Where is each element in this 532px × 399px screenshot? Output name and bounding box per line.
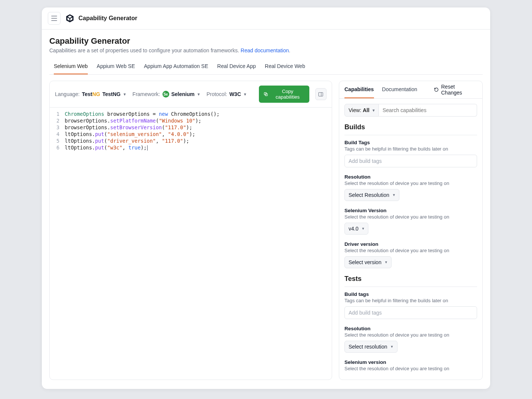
- tab-appium-app-automation-se[interactable]: Appium App Automation SE: [144, 59, 208, 74]
- chevron-down-icon: ▼: [123, 92, 127, 96]
- field-desc: Select the resolution of device you are …: [344, 366, 477, 371]
- tests-build-tags-input[interactable]: [344, 306, 477, 319]
- code-line: ltOptions.put("w3c", true);: [65, 144, 220, 151]
- select-value: Select version: [349, 259, 381, 265]
- tab-real-device-app[interactable]: Real Device App: [217, 59, 256, 74]
- select-value: v4.0: [349, 226, 358, 232]
- chevron-down-icon: ▼: [362, 227, 365, 231]
- read-documentation-link[interactable]: Read documentation: [241, 47, 289, 53]
- chevron-down-icon: ▼: [384, 260, 388, 264]
- chevron-down-icon: ▼: [243, 92, 247, 96]
- code-lines: ChromeOptions browserOptions = new Chrom…: [65, 111, 226, 151]
- tab-appium-web-se[interactable]: Appium Web SE: [97, 59, 135, 74]
- view-filter-select[interactable]: View: All ▼: [344, 104, 379, 117]
- framework-selector[interactable]: Framework: Se Selenium ▼: [133, 91, 201, 98]
- field-label: Build Tags: [344, 140, 477, 145]
- app-logo: Capability Generator: [65, 13, 137, 23]
- svg-rect-2: [319, 92, 323, 96]
- panel-layout-icon: [318, 92, 324, 97]
- field-resolution: Resolution Select the resolution of devi…: [344, 174, 477, 201]
- copy-capabilities-button[interactable]: Copy capabilities: [259, 86, 309, 103]
- logo-icon: [65, 13, 75, 23]
- tab-documentation[interactable]: Documentation: [382, 81, 417, 98]
- language-selector[interactable]: Language: TestNG TestNG ▼: [55, 91, 127, 97]
- select-value: Select Resolution: [349, 192, 389, 198]
- filter-row: View: All ▼: [344, 104, 477, 117]
- header-area: Capability Generator Capabilities are a …: [42, 30, 490, 75]
- build-tags-input[interactable]: [344, 155, 477, 167]
- framework-value: Selenium: [171, 91, 195, 97]
- language-value: TestNG: [102, 91, 121, 97]
- protocol-value: W3C: [229, 91, 241, 97]
- code-line: browserOptions.setPlatformName("Windows …: [65, 117, 220, 124]
- selenium-version-select[interactable]: v4.0 ▼: [344, 223, 368, 235]
- app-window: Capability Generator Capability Generato…: [42, 7, 490, 389]
- code-line: browserOptions.setBrowserVersion("117.0"…: [65, 124, 220, 131]
- line-gutter: 1 2 3 4 5 6: [50, 111, 65, 151]
- search-capabilities-input[interactable]: [379, 104, 477, 117]
- field-build-tags: Build Tags Tags can be helpful in filter…: [344, 140, 477, 167]
- code-panel: Language: TestNG TestNG ▼ Framework: Se …: [49, 81, 332, 380]
- page-title: Capability Generator: [49, 36, 483, 46]
- reset-icon: [434, 87, 439, 92]
- field-tests-resolution: Resolution Select the resolution of devi…: [344, 326, 477, 353]
- hamburger-menu-button[interactable]: [48, 12, 61, 25]
- field-driver-version: Driver version Select the resolution of …: [344, 241, 477, 268]
- content-area: Language: TestNG TestNG ▼ Framework: Se …: [42, 75, 490, 389]
- field-tests-build-tags: Build tags Tags can be helpful in filter…: [344, 291, 477, 319]
- side-tabbar: Capabilities Documentation Reset Changes: [339, 81, 482, 99]
- copy-button-label: Copy capabilities: [270, 89, 305, 100]
- topbar: Capability Generator: [42, 7, 490, 30]
- driver-version-select[interactable]: Select version ▼: [344, 256, 392, 268]
- view-value: All: [363, 107, 369, 113]
- capabilities-panel: Capabilities Documentation Reset Changes…: [339, 81, 483, 380]
- view-label: View:: [349, 107, 361, 113]
- language-label: Language:: [55, 91, 80, 97]
- field-label: Build tags: [344, 291, 477, 297]
- field-label: Selenium Version: [344, 208, 477, 213]
- chevron-down-icon: ▼: [372, 108, 375, 112]
- field-desc: Select the resolution of device you are …: [344, 214, 477, 220]
- section-tests-title: Tests: [344, 275, 477, 287]
- code-editor[interactable]: 1 2 3 4 5 6 ChromeOptions browserOptions…: [50, 108, 332, 154]
- chevron-down-icon: ▼: [197, 92, 201, 96]
- tab-real-device-web[interactable]: Real Device Web: [265, 59, 305, 74]
- code-line: ltOptions.put("driver_version", "117.0")…: [65, 137, 220, 144]
- selenium-icon: Se: [163, 91, 169, 98]
- field-selenium-version: Selenium Version Select the resolution o…: [344, 208, 477, 235]
- page-desc-text: Capabilities are a set of properties use…: [49, 47, 241, 53]
- framework-label: Framework:: [133, 91, 160, 97]
- language-logo: TestNG: [82, 91, 100, 97]
- capabilities-body: View: All ▼ Builds Build Tags Tags can b…: [339, 99, 482, 380]
- tab-capabilities[interactable]: Capabilities: [344, 81, 374, 98]
- field-desc: Tags can be helpful in filtering the bui…: [344, 146, 477, 152]
- chevron-down-icon: ▼: [392, 193, 396, 197]
- field-desc: Select the resolution of device you are …: [344, 180, 477, 186]
- hamburger-icon: [51, 16, 57, 21]
- field-label: Driver version: [344, 241, 477, 247]
- main-tabbar: Selenium Web Appium Web SE Appium App Au…: [49, 59, 483, 75]
- field-label: Resolution: [344, 174, 477, 180]
- reset-label: Reset Changes: [441, 84, 477, 96]
- reset-changes-button[interactable]: Reset Changes: [434, 84, 477, 96]
- code-line: ChromeOptions browserOptions = new Chrom…: [65, 111, 220, 117]
- tab-selenium-web[interactable]: Selenium Web: [54, 59, 88, 74]
- field-tests-selenium-version: Selenium version Select the resolution o…: [344, 359, 477, 371]
- field-label: Resolution: [344, 326, 477, 331]
- protocol-selector[interactable]: Protocol: W3C ▼: [207, 91, 247, 97]
- page-description: Capabilities are a set of properties use…: [49, 47, 483, 53]
- code-toolbar: Language: TestNG TestNG ▼ Framework: Se …: [50, 81, 332, 108]
- field-desc: Tags can be helpful in filtering the bui…: [344, 298, 477, 303]
- field-desc: Select the resolution of device you are …: [344, 248, 477, 253]
- tests-resolution-select[interactable]: Select resolution ▼: [344, 341, 398, 353]
- section-builds-title: Builds: [344, 123, 477, 135]
- field-desc: Select the resolution of device you are …: [344, 332, 477, 338]
- copy-icon: [263, 92, 268, 97]
- panel-toggle-button[interactable]: [315, 88, 327, 100]
- chevron-down-icon: ▼: [390, 345, 394, 349]
- resolution-select[interactable]: Select Resolution ▼: [344, 189, 399, 201]
- code-line: ltOptions.put("selenium_version", "4.0.0…: [65, 131, 220, 137]
- text-cursor: [147, 145, 148, 151]
- app-title: Capability Generator: [78, 15, 137, 22]
- field-label: Selenium version: [344, 359, 477, 365]
